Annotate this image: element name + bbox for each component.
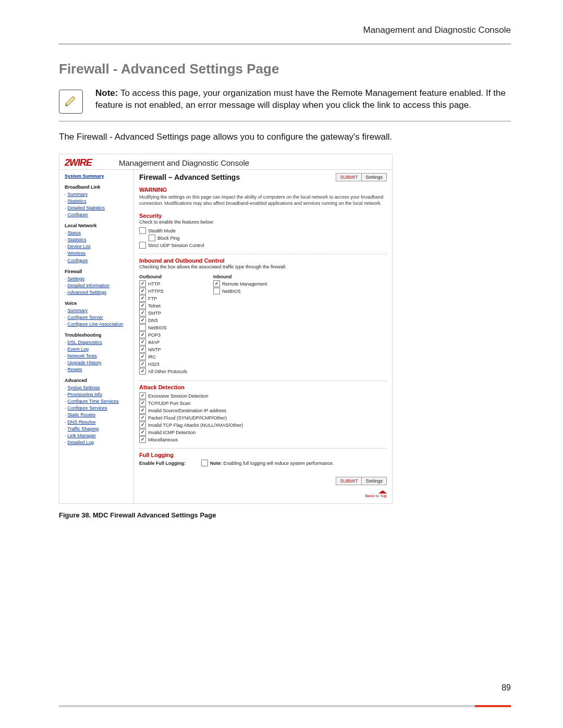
checkbox[interactable] xyxy=(139,331,146,338)
nav-link[interactable]: Device List xyxy=(68,244,91,249)
checkbox[interactable] xyxy=(139,339,146,346)
checkbox-row: NetBIOS xyxy=(139,324,187,331)
warning-head: WARNING xyxy=(139,187,387,193)
full-logging-note: Note: Enabling full logging will reduce … xyxy=(210,461,334,466)
header-rule xyxy=(59,44,511,44)
checkbox-row: Telnet xyxy=(139,302,187,309)
nav-link[interactable]: Configure xyxy=(68,258,88,263)
nav-link[interactable]: Configure Time Services xyxy=(68,399,119,404)
checkbox[interactable] xyxy=(139,422,146,428)
nav-link[interactable]: Link Manager xyxy=(68,433,96,438)
full-logging-head: Full Logging xyxy=(139,452,387,458)
checkbox-label: Invalid TCP Flag Attacks (NULL/XMAS/Othe… xyxy=(148,423,243,428)
checkbox[interactable] xyxy=(139,280,146,287)
checkbox[interactable] xyxy=(139,227,146,234)
checkbox[interactable] xyxy=(139,407,146,414)
nav-group-head: Broadband Link xyxy=(65,184,130,191)
checkbox[interactable] xyxy=(139,361,146,367)
nav-link[interactable]: Syslog Settings xyxy=(68,385,100,390)
checkbox-row: IRC xyxy=(139,353,187,360)
nav-link[interactable]: Traffic Shaping xyxy=(67,426,99,431)
nav-link[interactable]: Advanced Settings xyxy=(67,290,106,295)
checkbox-row: FTP xyxy=(139,295,187,302)
checkbox[interactable] xyxy=(139,353,146,360)
nav-link[interactable]: Summary xyxy=(68,192,88,197)
checkbox-label: NetBIOS xyxy=(148,325,167,330)
checkbox[interactable] xyxy=(139,414,146,421)
nav-link[interactable]: DNS Resolve xyxy=(68,419,96,425)
brand-logo: 2WIRE xyxy=(65,157,92,168)
nav-link[interactable]: Status xyxy=(68,230,81,236)
console-header: 2WIRE Management and Diagnostic Console xyxy=(59,154,392,170)
nav-link[interactable]: Settings xyxy=(68,276,85,281)
checkbox[interactable] xyxy=(139,346,146,353)
nav-link[interactable]: Detailed Statistics xyxy=(68,205,105,211)
checkbox[interactable] xyxy=(139,302,146,309)
checkbox-row: Miscellaneous xyxy=(139,436,387,443)
nav-link[interactable]: Statistics xyxy=(68,237,87,242)
checkbox[interactable] xyxy=(139,310,146,316)
nav-link[interactable]: Event Log xyxy=(68,347,89,352)
checkbox[interactable] xyxy=(213,280,220,287)
full-logging-checkbox[interactable] xyxy=(201,460,208,466)
intro-text: The Firewall - Advanced Settings page al… xyxy=(59,132,511,142)
checkbox-label: Excessive Session Detection xyxy=(148,393,209,399)
attack-list: Excessive Session DetectionTCP/UDP Port … xyxy=(139,392,387,443)
nav-link[interactable]: Wireless xyxy=(68,251,86,256)
checkbox-row: Invalid Source/Destination IP address xyxy=(139,407,387,414)
nav-link[interactable]: Upgrade History xyxy=(68,360,102,365)
nav-link[interactable]: Summary xyxy=(68,308,88,313)
checkbox-row: TCP/UDP Port Scan xyxy=(139,400,387,406)
section-divider xyxy=(139,380,387,381)
checkbox-row: Stealth Mode xyxy=(139,227,387,234)
checkbox-label: Stealth Mode xyxy=(148,228,176,233)
checkbox[interactable] xyxy=(139,242,146,249)
nav-link[interactable]: Detailed Information xyxy=(68,283,110,288)
checkbox[interactable] xyxy=(139,429,146,436)
checkbox[interactable] xyxy=(139,368,146,375)
submit-settings-bottom: SUBMIT Settings xyxy=(336,477,387,485)
checkbox-label: Invalid Source/Destination IP address xyxy=(148,408,226,413)
full-logging-note-text: Enabling full logging will reduce system… xyxy=(224,461,334,466)
nav-link[interactable]: Network Tests xyxy=(68,353,97,359)
nav-link[interactable]: Configure Services xyxy=(68,405,107,411)
checkbox[interactable] xyxy=(139,288,146,294)
settings-button[interactable]: Settings xyxy=(361,477,387,485)
checkbox-label: HTTP xyxy=(148,281,161,287)
checkbox-row: Packet Flood (SYN/UDP/ICMP/Other) xyxy=(139,414,387,421)
submit-button[interactable]: SUBMIT xyxy=(336,173,361,181)
checkbox[interactable] xyxy=(139,324,146,331)
checkbox-label: H323 xyxy=(148,362,160,367)
note-rule xyxy=(59,121,511,121)
checkbox-label: Strict UDP Session Control xyxy=(148,243,204,248)
nav-link[interactable]: Resets xyxy=(68,367,82,372)
nav-link[interactable]: Detailed Log xyxy=(68,440,94,445)
checkbox-row: All Other Protocols xyxy=(139,368,187,375)
nav-link[interactable]: Statistics xyxy=(68,199,87,204)
checkbox[interactable] xyxy=(213,288,220,294)
nav-link[interactable]: Configure Server xyxy=(68,315,103,320)
checkbox[interactable] xyxy=(149,235,155,241)
checkbox-label: POP3 xyxy=(148,332,161,338)
settings-button[interactable]: Settings xyxy=(361,173,387,181)
checkbox-row: Remote Management xyxy=(213,280,267,287)
checkbox[interactable] xyxy=(139,392,146,399)
checkbox[interactable] xyxy=(139,295,146,302)
checkbox-label: NetBIOS xyxy=(222,289,241,294)
nav-link[interactable]: DSL Diagnostics xyxy=(68,340,102,345)
checkbox[interactable] xyxy=(139,317,146,324)
nav-link[interactable]: Static Routes xyxy=(68,412,96,417)
nav-link[interactable]: Configure Line Association xyxy=(68,322,124,327)
checkbox[interactable] xyxy=(139,436,146,443)
note-body: To access this page, your organization m… xyxy=(95,88,506,110)
nav-link[interactable]: Configure xyxy=(68,212,88,217)
checkbox-label: SMTP xyxy=(148,311,161,316)
checkbox-row: SMTP xyxy=(139,310,187,316)
nav-link[interactable]: Provisioning Info xyxy=(68,392,103,397)
checkbox-row: Invalid TCP Flag Attacks (NULL/XMAS/Othe… xyxy=(139,422,387,428)
nav-system-summary[interactable]: System Summary xyxy=(65,174,104,179)
note-text: Note: To access this page, your organiza… xyxy=(95,88,511,112)
submit-button[interactable]: SUBMIT xyxy=(336,477,361,485)
back-to-top[interactable]: Back to Top xyxy=(139,490,387,498)
checkbox[interactable] xyxy=(139,400,146,406)
